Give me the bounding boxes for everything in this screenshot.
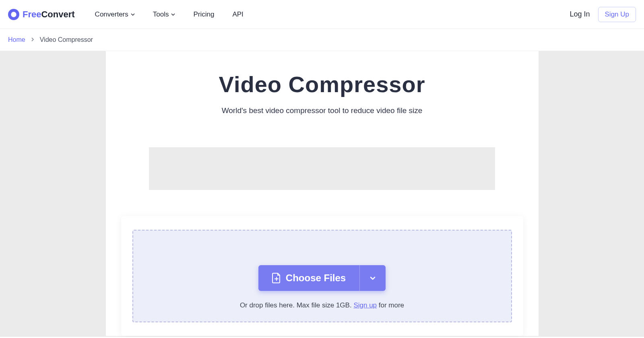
- choose-files-label: Choose Files: [286, 272, 346, 284]
- choose-files-dropdown[interactable]: [359, 265, 386, 291]
- nav-api-label: API: [232, 10, 243, 19]
- drop-prefix: Or drop files here. Max file size 1GB.: [240, 301, 354, 309]
- drop-suffix: for more: [377, 301, 404, 309]
- page-background: Video Compressor World's best video comp…: [0, 51, 644, 337]
- nav-tools-label: Tools: [153, 10, 169, 19]
- breadcrumb-home[interactable]: Home: [8, 36, 25, 43]
- nav-pricing-label: Pricing: [193, 10, 214, 19]
- dropzone[interactable]: Choose Files Or drop files here. Max fil…: [132, 230, 512, 322]
- drop-hint: Or drop files here. Max file size 1GB. S…: [141, 301, 503, 309]
- upload-card: Choose Files Or drop files here. Max fil…: [121, 216, 523, 336]
- nav-tools[interactable]: Tools: [153, 10, 175, 19]
- main-nav: Converters Tools Pricing API: [95, 10, 244, 19]
- breadcrumb: Home Video Compressor: [0, 29, 644, 51]
- choose-files-button[interactable]: Choose Files: [258, 265, 359, 291]
- signup-link[interactable]: Sign up: [353, 301, 377, 309]
- logo[interactable]: FreeConvert: [8, 9, 75, 20]
- login-button[interactable]: Log In: [570, 10, 590, 19]
- main-container: Video Compressor World's best video comp…: [106, 51, 539, 336]
- choose-files-group: Choose Files: [258, 265, 386, 291]
- nav-converters-label: Converters: [95, 10, 128, 19]
- nav-pricing[interactable]: Pricing: [193, 10, 214, 19]
- file-add-icon: [272, 273, 281, 283]
- logo-icon: [8, 9, 19, 20]
- page-subtitle: World's best video compressor tool to re…: [106, 106, 539, 115]
- main-header: FreeConvert Converters Tools Pricing API…: [0, 0, 644, 29]
- signup-button[interactable]: Sign Up: [598, 7, 636, 22]
- nav-converters[interactable]: Converters: [95, 10, 135, 19]
- breadcrumb-current: Video Compressor: [40, 36, 93, 43]
- ad-placeholder: [149, 147, 495, 190]
- header-right: Log In Sign Up: [570, 7, 636, 22]
- page-title: Video Compressor: [106, 71, 539, 97]
- chevron-right-icon: [31, 36, 34, 43]
- chevron-down-icon: [131, 12, 135, 16]
- logo-text: FreeConvert: [23, 9, 75, 20]
- chevron-down-icon: [369, 275, 376, 281]
- chevron-down-icon: [171, 12, 175, 16]
- nav-api[interactable]: API: [232, 10, 243, 19]
